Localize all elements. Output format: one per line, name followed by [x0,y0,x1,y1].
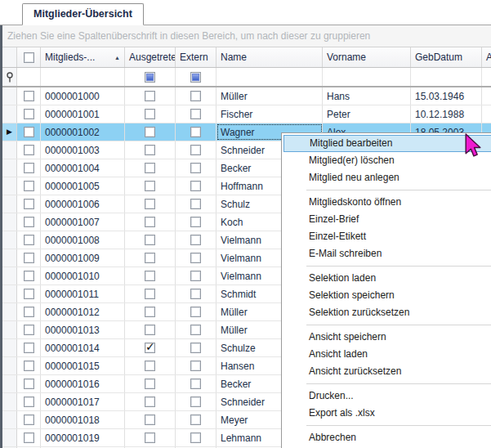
ausgetreten-checkbox[interactable] [145,289,155,299]
filter-cell-ausgetreten[interactable] [125,68,176,86]
ausgetreten-checkbox[interactable] [145,91,155,101]
extern-checkbox[interactable] [190,235,201,245]
cell-ausgetreten[interactable] [125,267,176,284]
ausgetreten-checkbox[interactable] [145,163,155,173]
cell-mitgliedsnr[interactable]: 0000001019 [41,429,125,446]
row-select-cell[interactable] [17,213,41,231]
ausgetreten-checkbox[interactable] [145,217,155,227]
cell-ausgetreten[interactable] [125,159,176,177]
menu-item-ansicht-laden[interactable]: Ansicht laden [283,346,491,363]
row-select-cell[interactable] [17,231,41,249]
filter-cell-extern[interactable] [176,68,216,86]
row-select-cell[interactable] [17,393,41,410]
cell-mitgliedsnr[interactable]: 0000001006 [41,195,125,213]
filter-cell-vorname[interactable] [323,68,411,86]
row-select-checkbox[interactable] [24,361,34,371]
row-select-cell[interactable] [17,249,41,267]
ausgetreten-checkbox[interactable] [145,396,155,407]
menu-item-export-als-xlsx[interactable]: Export als .xlsx [283,405,491,422]
extern-checkbox[interactable] [190,414,201,425]
cell-extern[interactable] [176,195,216,213]
ausgetreten-checkbox[interactable] [145,145,155,155]
extern-checkbox[interactable] [190,307,201,317]
filter-cell-cutoff[interactable] [482,68,491,86]
row-select-checkbox[interactable] [24,253,34,263]
cell-extern[interactable] [176,177,216,195]
cell-cutoff[interactable] [482,105,491,123]
row-select-checkbox[interactable] [24,181,34,191]
cell-mitgliedsnr[interactable]: 0000001011 [41,285,125,302]
row-select-cell[interactable] [17,339,41,356]
extern-checkbox[interactable] [190,396,201,407]
row-select-checkbox[interactable] [24,414,34,425]
ausgetreten-checkbox[interactable] [145,432,155,443]
cell-ausgetreten[interactable] [125,429,176,446]
cell-extern[interactable] [176,87,216,105]
column-header-cutoff[interactable]: A [482,47,491,67]
column-header-name[interactable]: Name [216,47,323,67]
extern-checkbox[interactable] [190,361,201,371]
ausgetreten-checkbox[interactable] [145,235,155,245]
row-select-cell[interactable] [17,123,41,141]
extern-checkbox[interactable] [190,145,201,155]
cell-ausgetreten[interactable] [125,123,176,141]
cell-ausgetreten[interactable] [125,321,176,338]
menu-item-mitglied-er-l-schen[interactable]: Mitglied(er) löschen [283,152,491,169]
menu-item-mitglied-bearbeiten[interactable]: Mitglied bearbeiten [283,135,491,152]
extern-checkbox[interactable] [190,253,201,263]
row-select-checkbox[interactable] [24,91,34,101]
row-select-cell[interactable] [17,411,41,428]
ausgetreten-checkbox[interactable] [145,325,155,335]
cell-ausgetreten[interactable] [125,141,176,159]
ausgetreten-checkbox[interactable] [145,307,155,317]
cell-extern[interactable] [176,321,216,338]
menu-item-e-mail-schreiben[interactable]: E-Mail schreiben [283,245,491,262]
filter-checkbox-ausgetreten[interactable] [145,72,155,83]
cell-mitgliedsnr[interactable]: 0000001004 [41,159,125,177]
row-select-checkbox[interactable] [24,163,34,173]
cell-extern[interactable] [176,105,216,123]
extern-checkbox[interactable] [190,325,201,335]
ausgetreten-checkbox[interactable] [145,343,155,353]
cell-gebdatum[interactable]: 10.12.1988 [411,105,482,123]
cell-mitgliedsnr[interactable]: 0000001001 [41,105,125,123]
row-select-cell[interactable] [17,87,41,105]
menu-item-mitglied-neu-anlegen[interactable]: Mitglied neu anlegen [283,169,491,186]
cell-ausgetreten[interactable] [125,339,176,356]
group-by-panel[interactable]: Ziehen Sie eine Spaltenüberschrift in di… [2,25,491,47]
extern-checkbox[interactable] [190,127,201,137]
column-header-extern[interactable]: Extern [176,47,216,67]
menu-item-drucken[interactable]: Drucken... [283,388,491,405]
extern-checkbox[interactable] [190,432,201,443]
cell-ausgetreten[interactable] [125,231,176,249]
cell-extern[interactable] [176,249,216,267]
cell-mitgliedsnr[interactable]: 0000001008 [41,231,125,249]
row-select-cell[interactable] [17,321,41,338]
cell-mitgliedsnr[interactable]: 0000001013 [41,321,125,338]
cell-mitgliedsnr[interactable]: 0000001015 [41,357,125,374]
cell-extern[interactable] [176,393,216,410]
extern-checkbox[interactable] [190,109,201,119]
row-select-checkbox[interactable] [24,307,34,317]
row-select-cell[interactable] [17,195,41,213]
row-select-cell[interactable] [17,105,41,123]
cell-ausgetreten[interactable] [125,285,176,302]
extern-checkbox[interactable] [190,289,201,299]
filter-checkbox-extern[interactable] [190,72,201,83]
cell-mitgliedsnr[interactable]: 0000001005 [41,177,125,195]
menu-item-selektion-speichern[interactable]: Selektion speichern [283,287,491,304]
filter-cell-select[interactable] [17,68,41,86]
cell-extern[interactable] [176,267,216,284]
menu-item-selektion-laden[interactable]: Selektion laden [283,270,491,287]
ausgetreten-checkbox[interactable] [145,127,155,137]
cell-mitgliedsnr[interactable]: 0000001017 [41,393,125,410]
cell-extern[interactable] [176,231,216,249]
cell-mitgliedsnr[interactable]: 0000001016 [41,375,125,392]
cell-extern[interactable] [176,357,216,374]
cell-ausgetreten[interactable] [125,357,176,374]
row-select-checkbox[interactable] [24,145,34,155]
row-select-cell[interactable] [17,177,41,195]
menu-item-einzel-etikett[interactable]: Einzel-Etikett [283,228,491,245]
row-select-cell[interactable] [17,357,41,374]
row-select-checkbox[interactable] [24,343,34,353]
